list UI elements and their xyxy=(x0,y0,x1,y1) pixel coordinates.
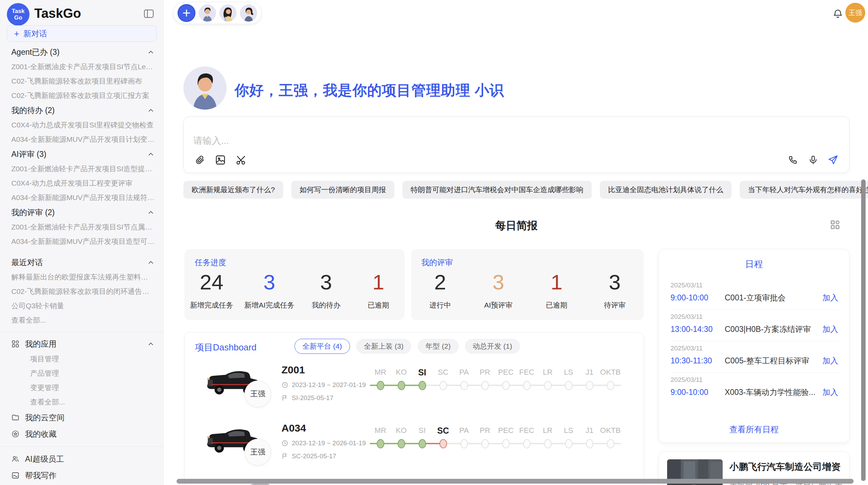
dashboard-tab[interactable]: 全新平台 (4) xyxy=(294,339,350,354)
send-icon[interactable] xyxy=(827,153,840,166)
milestone: KO xyxy=(391,366,412,392)
sidebar-item[interactable]: C02-飞腾新能源轻客改款项目里程碑画布 xyxy=(0,74,164,88)
vertical-scrollbar[interactable] xyxy=(861,179,866,481)
mic-icon[interactable] xyxy=(807,153,820,166)
milestone-node-track xyxy=(558,437,579,450)
join-meeting-link[interactable]: 加入 xyxy=(822,356,838,366)
milestone-node-track xyxy=(412,437,433,450)
milestone-node-track xyxy=(537,437,558,450)
milestone-label: SI xyxy=(412,366,433,378)
sidebar-item-users[interactable]: AI超级员工 xyxy=(0,451,164,467)
sidebar-item[interactable]: 公司Q3轻卡销量 xyxy=(0,299,164,313)
suggestion-chip[interactable]: 如何写一份清晰的项目周报 xyxy=(291,181,394,199)
horizontal-scrollbar[interactable] xyxy=(177,479,854,484)
milestone: MR xyxy=(370,424,391,450)
scissors-icon[interactable] xyxy=(234,153,248,166)
session-pill xyxy=(173,2,262,24)
milestone: OKTB xyxy=(600,366,621,392)
stat-row: 2进行中3AI预评审1已逾期3待评审 xyxy=(411,269,644,310)
avatar-session-1[interactable] xyxy=(199,4,216,22)
chat-input[interactable] xyxy=(193,133,742,148)
my-review-card: 我的评审2进行中3AI预评审1已逾期3待评审 xyxy=(411,249,644,320)
dashboard-tab[interactable]: 年型 (2) xyxy=(418,339,459,354)
stat-cell: 3新增AI完成任务 xyxy=(244,269,294,310)
flag-icon xyxy=(281,395,288,401)
attach-icon[interactable] xyxy=(193,153,206,166)
project-row[interactable]: 王强A0342023-12-19 ~ 2026-01-19SC-2025-05-… xyxy=(185,418,644,475)
project-row[interactable]: 王强Z0012023-12-19 ~ 2027-01-19SI-2025-05-… xyxy=(185,360,644,417)
sidebar-section-header[interactable]: 最近对话 xyxy=(0,255,164,270)
sidebar-link-label: 我的云空间 xyxy=(25,412,64,423)
project-media: 王强 xyxy=(204,361,290,416)
clock-icon xyxy=(281,382,288,388)
sidebar-app-item[interactable]: 项目管理 xyxy=(0,352,164,366)
view-all-schedule-link[interactable]: 查看所有日程 xyxy=(659,424,849,435)
avatar-session-3[interactable] xyxy=(240,4,257,22)
dashboard-tab[interactable]: 全新上装 (3) xyxy=(356,339,412,354)
milestone-node xyxy=(502,381,510,390)
dashboard-title: 项目Dashboard xyxy=(195,341,256,353)
milestone-label: PA xyxy=(454,424,474,437)
join-meeting-link[interactable]: 加入 xyxy=(822,293,838,303)
sidebar-item[interactable]: 查看全部... xyxy=(0,313,164,327)
logo-line2: Go xyxy=(14,14,22,21)
suggestion-chip[interactable]: 特朗普可能对进口汽车增税会对中国车企造成哪些影响 xyxy=(402,181,592,199)
sidebar-item[interactable]: Z001-全新燃油轻卡产品开发项目SI节点属性5D文件评审 xyxy=(0,220,164,234)
stat-cell: 1已逾期 xyxy=(536,269,577,310)
dashboard-tab[interactable]: 动总开发 (1) xyxy=(465,339,520,354)
suggestion-chip[interactable]: 当下年轻人对汽车外观有怎样的喜好趋势 xyxy=(740,181,868,199)
sidebar-collapse-icon[interactable] xyxy=(143,8,155,20)
notification-bell-icon[interactable] xyxy=(831,7,845,21)
user-avatar[interactable]: 王强 xyxy=(845,3,865,23)
sidebar-section-title: 最近对话 xyxy=(11,257,43,268)
phone-icon[interactable] xyxy=(787,153,800,166)
join-meeting-link[interactable]: 加入 xyxy=(822,324,838,335)
schedule-entry: 2025/03/119:00-10:00C001-立项审批会加入 xyxy=(671,278,838,310)
sidebar-item[interactable]: A034-全新新能源MUV产品开发项目造型可行性评审 xyxy=(0,234,164,249)
sidebar-item[interactable]: Z001-全新燃油轻卡产品开发项目SI造型提交物评审 xyxy=(0,162,164,176)
chevron-up-icon xyxy=(147,209,155,216)
sidebar-section-header[interactable]: AI评审 (3) xyxy=(0,147,164,162)
layout-grid-icon[interactable] xyxy=(829,219,841,231)
sidebar-item[interactable]: 解释最新出台的欧盟报废车法规再生塑料比例被调至15%... xyxy=(0,270,164,284)
milestone-node xyxy=(607,381,614,390)
milestone-node xyxy=(377,381,384,390)
sidebar-item-folder[interactable]: 我的云空间 xyxy=(0,409,164,426)
join-meeting-link[interactable]: 加入 xyxy=(822,387,838,398)
sidebar-item-pen[interactable]: 创意制图 xyxy=(0,484,164,485)
sidebar-item[interactable]: Z001-全新燃油皮卡产品开发项目SI节点Lesson Learn报告 xyxy=(0,60,164,74)
sidebar-item[interactable]: A034-全新新能源MUV产品开发项目计划变更表编写 xyxy=(0,132,164,147)
apps-grid-icon xyxy=(11,340,20,348)
new-session-button[interactable] xyxy=(178,4,195,22)
milestone-label: PEC xyxy=(495,366,516,378)
new-chat-button[interactable]: + 新对话 xyxy=(7,25,157,42)
image-icon[interactable] xyxy=(214,153,227,166)
milestone-node xyxy=(419,439,426,448)
sidebar-section-header[interactable]: 我的评审 (2) xyxy=(0,205,164,220)
sidebar-section-header[interactable]: 我的待办 (2) xyxy=(0,103,164,118)
project-code: Z001 xyxy=(281,364,371,376)
sidebar-item-my-apps[interactable]: 我的应用 xyxy=(0,336,164,352)
sidebar-item[interactable]: C02-飞腾新能源轻客改款项目立项汇报方案 xyxy=(0,88,164,103)
milestone: KO xyxy=(391,424,412,450)
milestone-node-track xyxy=(558,378,579,392)
sidebar-item[interactable]: C0X4-动力总成开发项目SI里程碑提交物检查 xyxy=(0,118,164,132)
milestone-label: PA xyxy=(454,366,474,378)
sidebar-item[interactable]: C02-飞腾新能源轻客改款项目的闭环通告反馈情况 xyxy=(0,284,164,299)
suggestion-chip[interactable]: 比亚迪全固态电池计划具体说了什么 xyxy=(600,181,732,199)
suggestion-chip[interactable]: 欧洲新规最近颁布了什么? xyxy=(183,181,283,199)
sidebar-app-item[interactable]: 查看全部... xyxy=(0,395,164,409)
sidebar-item-star[interactable]: 我的收藏 xyxy=(0,426,164,442)
schedule-event-name: X003-车辆动力学性能验... xyxy=(725,387,818,398)
sidebar-item-write[interactable]: 帮我写作 xyxy=(0,467,164,484)
sidebar-item[interactable]: C0X4-动力总成开发项目工程变更评审 xyxy=(0,176,164,190)
sidebar-section-header[interactable]: Agent已办 (3) xyxy=(0,45,164,60)
star-icon xyxy=(11,430,20,438)
sidebar-app-item[interactable]: 产品管理 xyxy=(0,366,164,381)
sidebar-item[interactable]: A034-全新新能源MUV产品开发项目法规符合性评审 xyxy=(0,190,164,205)
chevron-up-icon xyxy=(147,340,155,348)
project-owner-badge: 王强 xyxy=(244,381,271,407)
sidebar-app-item[interactable]: 变更管理 xyxy=(0,381,164,395)
avatar-session-2[interactable] xyxy=(219,4,237,22)
milestone-node xyxy=(565,381,572,390)
